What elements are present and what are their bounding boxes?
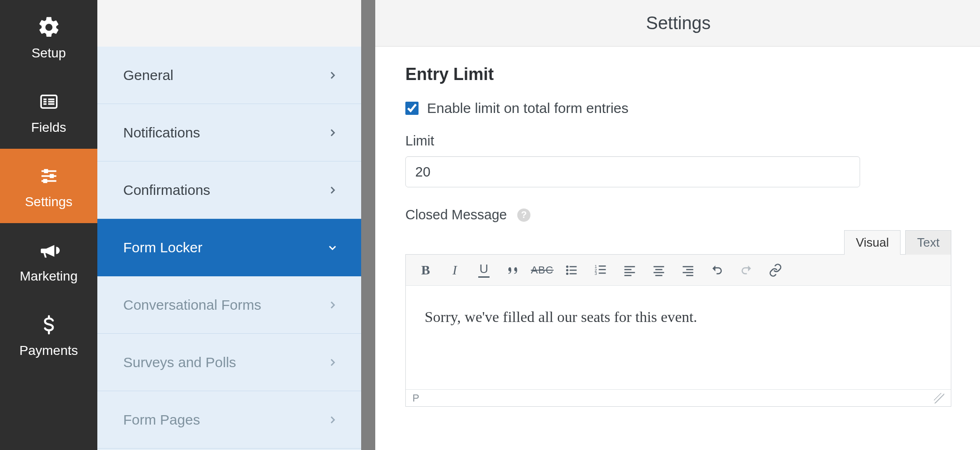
svg-rect-12: [43, 179, 47, 183]
nav-settings[interactable]: Settings: [0, 149, 97, 223]
svg-rect-28: [624, 275, 632, 276]
submenu-notifications[interactable]: Notifications: [97, 104, 361, 161]
toolbar-align-center-button[interactable]: [646, 259, 672, 281]
page-title: Settings: [375, 0, 980, 47]
toolbar-underline-button[interactable]: U: [471, 259, 497, 281]
svg-rect-27: [624, 272, 635, 273]
settings-submenu: General Notifications Confirmations Form…: [97, 0, 361, 450]
svg-rect-25: [624, 266, 635, 267]
limit-field-label: Limit: [405, 133, 951, 149]
editor-resize-handle[interactable]: [934, 393, 944, 403]
svg-rect-18: [569, 273, 577, 274]
svg-rect-30: [656, 269, 663, 270]
toolbar-italic-button[interactable]: I: [442, 259, 468, 281]
submenu-general-label: General: [123, 67, 174, 83]
toolbar-align-left-button[interactable]: [616, 259, 643, 281]
nav-settings-label: Settings: [25, 194, 72, 209]
svg-point-14: [566, 269, 569, 271]
svg-rect-16: [569, 266, 577, 267]
chevron-right-icon: [326, 127, 339, 139]
toolbar-bullet-list-button[interactable]: [558, 259, 585, 281]
svg-rect-33: [683, 266, 694, 267]
submenu-notifications-label: Notifications: [123, 125, 200, 141]
limit-input[interactable]: [405, 156, 860, 187]
chevron-right-icon: [326, 356, 339, 369]
submenu-form-locker-label: Form Locker: [123, 240, 202, 256]
submenu-form-pages-label: Form Pages: [123, 412, 200, 428]
svg-point-15: [566, 273, 569, 275]
enable-entry-limit-checkbox[interactable]: [405, 102, 419, 115]
entry-limit-heading: Entry Limit: [405, 64, 951, 84]
nav-setup-label: Setup: [32, 46, 66, 61]
sliders-icon: [35, 162, 63, 190]
toolbar-blockquote-button[interactable]: [500, 259, 526, 281]
toolbar-redo-button[interactable]: [733, 259, 759, 281]
bullhorn-icon: [35, 237, 63, 264]
submenu-surveys-polls[interactable]: Surveys and Polls: [97, 334, 361, 391]
chevron-right-icon: [326, 184, 339, 196]
submenu-general[interactable]: General: [97, 47, 361, 104]
nav-marketing[interactable]: Marketing: [0, 223, 97, 297]
svg-rect-8: [44, 169, 48, 173]
nav-setup[interactable]: Setup: [0, 0, 97, 74]
submenu-confirmations[interactable]: Confirmations: [97, 161, 361, 219]
svg-rect-22: [599, 265, 606, 267]
editor-tab-visual[interactable]: Visual: [844, 230, 901, 255]
svg-rect-31: [654, 272, 664, 273]
nav-fields[interactable]: Fields: [0, 74, 97, 149]
svg-rect-24: [599, 273, 606, 274]
editor-status-bar: P: [406, 389, 951, 406]
toolbar-bold-button[interactable]: B: [412, 259, 439, 281]
submenu-conversational-forms-label: Conversational Forms: [123, 297, 261, 313]
dollar-icon: [35, 311, 63, 338]
nav-payments-label: Payments: [19, 343, 78, 358]
svg-point-13: [566, 265, 569, 268]
editor-tab-strip: Visual Text: [405, 230, 951, 255]
submenu-header-spacer: [97, 0, 361, 47]
submenu-form-locker[interactable]: Form Locker: [97, 219, 361, 276]
closed-message-editor: Visual Text B I U ABC 123: [405, 230, 951, 407]
nav-marketing-label: Marketing: [20, 269, 78, 284]
form-locker-entry-limit-section: Entry Limit Enable limit on total form e…: [375, 47, 980, 407]
svg-rect-32: [656, 275, 663, 276]
rich-text-editor: B I U ABC 123: [405, 254, 951, 407]
svg-rect-23: [599, 269, 606, 270]
closed-message-label: Closed Message ?: [405, 207, 951, 223]
editor-tab-text[interactable]: Text: [905, 230, 951, 255]
toolbar-strikethrough-button[interactable]: ABC: [529, 259, 555, 281]
submenu-confirmations-label: Confirmations: [123, 182, 210, 198]
editor-toolbar: B I U ABC 123: [406, 255, 951, 286]
gear-icon: [35, 14, 63, 41]
svg-rect-29: [654, 266, 664, 267]
svg-rect-35: [683, 272, 694, 273]
chevron-right-icon: [326, 299, 339, 311]
toolbar-undo-button[interactable]: [704, 259, 730, 281]
toolbar-link-button[interactable]: [762, 259, 789, 281]
chevron-right-icon: [326, 414, 339, 426]
svg-rect-17: [569, 269, 577, 271]
chevron-down-icon: [326, 241, 339, 254]
editor-element-path[interactable]: P: [412, 392, 419, 404]
svg-rect-34: [686, 269, 693, 270]
submenu-surveys-polls-label: Surveys and Polls: [123, 354, 236, 370]
svg-rect-26: [624, 269, 632, 270]
toolbar-align-right-button[interactable]: [675, 259, 701, 281]
svg-rect-36: [686, 275, 693, 276]
panel-divider: [361, 0, 375, 450]
closed-message-label-text: Closed Message: [405, 207, 507, 223]
primary-nav: Setup Fields Settings Marketing: [0, 0, 97, 450]
nav-fields-label: Fields: [31, 120, 66, 135]
chevron-right-icon: [326, 69, 339, 81]
svg-text:3: 3: [595, 271, 597, 276]
submenu-conversational-forms[interactable]: Conversational Forms: [97, 276, 361, 334]
submenu-form-pages[interactable]: Form Pages: [97, 391, 361, 449]
help-icon[interactable]: ?: [517, 209, 530, 222]
enable-entry-limit-row: Enable limit on total form entries: [405, 100, 951, 116]
editor-content-area[interactable]: Sorry, we've filled all our seats for th…: [406, 286, 951, 389]
toolbar-numbered-list-button[interactable]: 123: [587, 259, 614, 281]
enable-entry-limit-label[interactable]: Enable limit on total form entries: [427, 100, 629, 116]
nav-payments[interactable]: Payments: [0, 297, 97, 372]
svg-rect-10: [49, 174, 54, 178]
form-fields-icon: [35, 88, 63, 115]
main-panel: Settings Entry Limit Enable limit on tot…: [375, 0, 980, 450]
